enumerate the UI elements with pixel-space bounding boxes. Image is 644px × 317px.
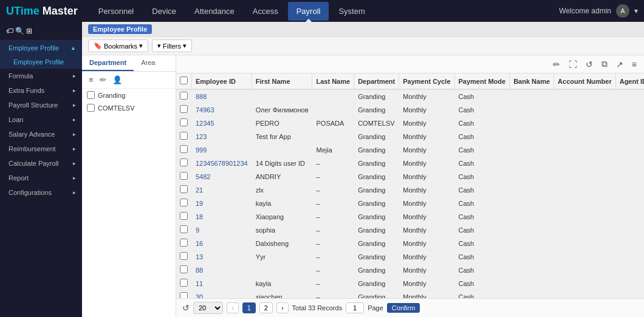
employee-id-link[interactable]: 16 [196, 240, 203, 247]
sidebar-item-salary-advance[interactable]: Salary Advance ▸ [0, 127, 82, 141]
sidebar-subitem-employee-profile[interactable]: Employee Profile [0, 55, 82, 69]
prev-page-btn[interactable]: ‹ [227, 302, 239, 313]
grid-icon[interactable]: ⊞ [26, 27, 32, 35]
select-all-checkbox[interactable] [180, 77, 188, 84]
dept-checkbox-comtelsv[interactable] [87, 104, 95, 112]
row-first-name: xiaochen [252, 290, 312, 299]
sidebar-item-calculate-payroll[interactable]: Calculate Payroll ▸ [0, 156, 82, 171]
sidebar-item-configurations[interactable]: Configurations ▸ [0, 185, 82, 200]
row-mode: Cash [454, 250, 510, 264]
search-icon[interactable]: 🔍 [15, 27, 24, 35]
employee-id-link[interactable]: 30 [196, 293, 203, 299]
sidebar-item-formula[interactable]: Formula ▸ [0, 69, 82, 83]
employee-id-link[interactable]: 74963 [196, 106, 214, 114]
row-last-name: – [312, 277, 354, 290]
col-employee-id[interactable]: Employee ID [192, 73, 252, 89]
dept-item-comtelsv[interactable]: COMTELSV [82, 101, 176, 114]
sidebar-item-reimbursement[interactable]: Reimbursement ▸ [0, 141, 82, 156]
nav-personnel[interactable]: Personnel [90, 2, 143, 21]
row-select-checkbox[interactable] [180, 252, 188, 260]
sidebar-item-loan[interactable]: Loan ▸ [0, 112, 82, 127]
table-copy-icon[interactable]: ⧉ [599, 58, 610, 70]
row-select-checkbox[interactable] [180, 105, 188, 113]
panel-edit-icon[interactable]: ✏ [98, 74, 108, 86]
col-first-name[interactable]: First Name [252, 73, 312, 89]
avatar[interactable]: A [616, 4, 629, 18]
bookmarks-button[interactable]: 🔖 Bookmarks ▾ [88, 39, 148, 52]
row-select-checkbox[interactable] [180, 265, 188, 273]
page-1-btn[interactable]: 1 [242, 302, 256, 313]
employee-id-link[interactable]: 9 [196, 227, 199, 234]
col-payment-mode[interactable]: Payment Mode [454, 73, 510, 89]
dropdown-icon[interactable]: ▾ [634, 7, 638, 15]
row-select-checkbox[interactable] [180, 292, 188, 298]
row-select-checkbox[interactable] [180, 172, 188, 180]
row-select-checkbox[interactable] [180, 185, 188, 193]
row-select-checkbox[interactable] [180, 158, 188, 166]
confirm-btn[interactable]: Confirm [387, 303, 420, 313]
row-select-checkbox[interactable] [180, 239, 188, 247]
main-content: Employee Profile 🔖 Bookmarks ▾ ▾ Filters… [82, 22, 644, 317]
employee-id-link[interactable]: 12345678901234 [196, 160, 248, 167]
col-payment-cycle[interactable]: Payment Cycle [399, 73, 454, 89]
employee-id-link[interactable]: 999 [196, 146, 207, 154]
sidebar-item-report[interactable]: Report ▸ [0, 171, 82, 185]
row-employee-id: 11 [192, 277, 252, 290]
row-select-checkbox[interactable] [180, 212, 188, 220]
filters-button[interactable]: ▾ Filters ▾ [152, 39, 192, 52]
employee-id-link[interactable]: 12345 [196, 120, 214, 127]
page-size-select[interactable]: 102050100 [193, 302, 223, 314]
employee-id-link[interactable]: 21 [196, 186, 203, 194]
table-edit-icon[interactable]: ✏ [550, 58, 563, 70]
row-select-checkbox[interactable] [180, 132, 188, 140]
table-share-icon[interactable]: ↗ [614, 58, 626, 70]
nav-attendance[interactable]: Attendance [186, 2, 243, 21]
row-select-checkbox[interactable] [180, 279, 188, 287]
col-department[interactable]: Department [354, 73, 399, 89]
sidebar-item-employee-profile[interactable]: Employee Profile ▲ [0, 41, 82, 55]
row-select-checkbox[interactable] [180, 118, 188, 126]
employee-id-link[interactable]: 13 [196, 253, 203, 261]
employee-id-link[interactable]: 5482 [196, 173, 210, 180]
tab-area[interactable]: Area [134, 55, 162, 71]
sidebar-arrow-config: ▸ [73, 189, 76, 196]
col-last-name[interactable]: Last Name [312, 73, 354, 89]
row-select-checkbox[interactable] [180, 92, 188, 100]
table-expand-icon[interactable]: ⛶ [566, 58, 580, 70]
row-select-checkbox[interactable] [180, 225, 188, 233]
employee-id-link[interactable]: 18 [196, 213, 203, 220]
employee-id-link[interactable]: 19 [196, 200, 203, 207]
panel-person-icon[interactable]: 👤 [111, 74, 124, 86]
dept-item-granding[interactable]: Granding [82, 89, 176, 101]
employee-id-link[interactable]: 123 [196, 133, 207, 140]
nav-payroll[interactable]: Payroll [288, 2, 329, 21]
dept-checkbox-granding[interactable] [87, 91, 95, 99]
row-bank-name [510, 117, 554, 130]
nav-device[interactable]: Device [143, 2, 185, 21]
row-select-checkbox[interactable] [180, 199, 188, 206]
tag-icon[interactable]: 🏷 [6, 27, 13, 35]
row-select-checkbox[interactable] [180, 145, 188, 153]
panel-list-icon[interactable]: ≡ [87, 74, 95, 86]
page-2-btn[interactable]: 2 [259, 302, 273, 313]
table-more-icon[interactable]: ≡ [629, 58, 639, 70]
nav-system[interactable]: System [330, 2, 373, 21]
breadcrumb-bar: Employee Profile [82, 22, 644, 37]
col-account-number[interactable]: Account Number [554, 73, 616, 89]
employee-id-link[interactable]: 88 [196, 267, 203, 274]
pagination-refresh-btn[interactable]: ↺ [182, 303, 190, 313]
nav-access[interactable]: Access [244, 2, 287, 21]
col-agent-id[interactable]: Agent ID [615, 73, 644, 89]
row-dept: Granding [354, 264, 399, 277]
sidebar-item-extra-funds[interactable]: Extra Funds ▸ [0, 83, 82, 98]
employee-id-link[interactable]: 888 [196, 93, 207, 100]
next-page-btn[interactable]: › [276, 302, 289, 313]
tab-department[interactable]: Department [82, 55, 134, 71]
table-refresh-icon[interactable]: ↺ [583, 58, 595, 70]
col-bank-name[interactable]: Bank Name [510, 73, 554, 89]
employee-id-link[interactable]: 11 [196, 280, 203, 287]
page-jump-input[interactable] [346, 302, 364, 313]
row-last-name: – [312, 264, 354, 277]
row-employee-id: 74963 [192, 103, 252, 117]
sidebar-item-payroll-structure[interactable]: Payroll Structure ▸ [0, 98, 82, 112]
